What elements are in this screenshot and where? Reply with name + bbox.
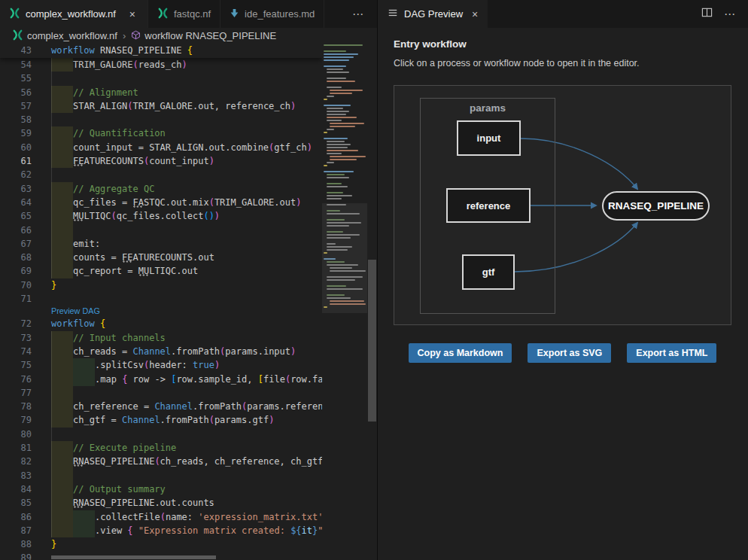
nextflow-icon	[157, 8, 169, 21]
code-line-80[interactable]: 80	[0, 428, 322, 441]
minimap-row	[324, 135, 363, 137]
minimap-row	[324, 102, 363, 104]
code-line-57[interactable]: 57STAR_ALIGN(TRIM_GALORE.out, reference_…	[0, 99, 322, 113]
code-line-55[interactable]: 55	[0, 72, 322, 85]
tabs-holder: complex_workflow.nf×fastqc.nfide_feature…	[0, 0, 324, 28]
codelens-row: Preview DAG	[0, 306, 322, 317]
dag-node-gtf[interactable]: gtf	[462, 254, 515, 290]
breadcrumb-separator: ›	[123, 30, 126, 41]
breadcrumb-symbol[interactable]: workflow RNASEQ_PIPELINE	[131, 30, 276, 42]
split-editor-icon[interactable]	[701, 7, 713, 21]
code-line-65[interactable]: 65MULTIQC(qc_files.collect())	[0, 209, 322, 223]
code-line-64[interactable]: 64qc_files = FASTQC.out.mix(TRIM_GALORE.…	[0, 196, 322, 209]
code-line-75[interactable]: 75.splitCsv(header: true)	[0, 358, 322, 372]
code-line-78[interactable]: 78ch_reference = Channel.fromPath(params…	[0, 400, 322, 413]
code-line-73[interactable]: 73// Input channels	[0, 331, 322, 345]
code-line-69[interactable]: 69qc_report = MULTIQC.out	[0, 264, 322, 278]
line-content: // Execute pipeline	[51, 441, 176, 455]
line-content: qc_report = MULTIQC.out	[51, 264, 198, 278]
horizontal-scrollbar[interactable]	[51, 555, 216, 559]
line-number: 73	[0, 331, 51, 345]
line-number: 87	[0, 524, 51, 537]
code-line-85[interactable]: 85RNASEQ_PIPELINE.out.counts	[0, 496, 322, 510]
code-line-59[interactable]: 59// Quantification	[0, 126, 322, 140]
line-number: 64	[0, 196, 51, 209]
line-content: .splitCsv(header: true)	[51, 358, 220, 372]
editor-body: 43workflow RNASEQ_PIPELINE { 54TRIM_GALO…	[0, 44, 377, 560]
line-number: 84	[0, 482, 51, 496]
code-line-56[interactable]: 56// Alignment	[0, 86, 322, 99]
codelens-preview-dag[interactable]: Preview DAG	[51, 306, 100, 317]
code-line-88[interactable]: 88}	[0, 537, 322, 551]
minimap-row	[324, 111, 363, 113]
code-line-66[interactable]: 66	[0, 224, 322, 237]
minimap-row	[324, 50, 363, 53]
export-as-svg-button[interactable]: Export as SVG	[528, 343, 611, 363]
tab-ide_features-md[interactable]: ide_features.md	[220, 0, 324, 28]
line-number: 60	[0, 141, 51, 154]
code-line-76[interactable]: 76.map { row -> [row.sample_id, [file(ro…	[0, 373, 322, 386]
line-number: 85	[0, 496, 51, 510]
code-line-86[interactable]: 86.collectFile(name: 'expression_matrix.…	[0, 510, 322, 524]
line-content: ch_reads = Channel.fromPath(params.input…	[51, 345, 296, 358]
line-number: 81	[0, 441, 51, 455]
code-line-77[interactable]: 77	[0, 386, 322, 400]
code-line-61[interactable]: 61FEATURECOUNTS(count_input)	[0, 154, 322, 168]
breadcrumb-symbol-label: workflow RNASEQ_PIPELINE	[144, 30, 276, 41]
minimap-slider[interactable]	[322, 203, 367, 313]
dag-node-input[interactable]: input	[457, 120, 521, 156]
vertical-scrollbar[interactable]	[367, 44, 377, 560]
tab-complex_workflow-nf[interactable]: complex_workflow.nf×	[0, 0, 148, 28]
minimap-row	[324, 177, 363, 179]
code-line-71[interactable]: 71	[0, 292, 322, 306]
line-content: count_input = STAR_ALIGN.out.combine(gtf…	[51, 141, 312, 154]
minimap-row	[324, 44, 363, 47]
dag-node-rnaseq-pipeline[interactable]: RNASEQ_PIPELINE	[602, 191, 710, 221]
code-line-84[interactable]: 84// Output summary	[0, 482, 322, 496]
line-content: counts = FEATURECOUNTS.out	[51, 251, 214, 264]
code-line-58[interactable]: 58	[0, 113, 322, 126]
code-line-74[interactable]: 74ch_reads = Channel.fromPath(params.inp…	[0, 345, 322, 358]
vertical-scrollbar-thumb[interactable]	[368, 260, 376, 422]
line-content: // Output summary	[51, 482, 166, 496]
panel-tab-close-icon[interactable]: ×	[472, 8, 478, 20]
code-line-62[interactable]: 62	[0, 168, 322, 181]
minimap-row	[324, 189, 363, 191]
code-line-72[interactable]: 72workflow {	[0, 317, 322, 330]
code-line-87[interactable]: 87.view { "Expression matrix created: ${…	[0, 524, 322, 537]
breadcrumb-file[interactable]: complex_workflow.nf	[12, 29, 117, 43]
code-line-67[interactable]: 67emit:	[0, 237, 322, 251]
tab-close-icon[interactable]: ×	[126, 8, 138, 20]
export-as-html-button[interactable]: Export as HTML	[627, 343, 716, 363]
line-content: // Alignment	[51, 86, 138, 99]
symbol-cube-icon	[131, 30, 141, 42]
editor-group: complex_workflow.nf×fastqc.nfide_feature…	[0, 0, 377, 560]
minimap-row	[324, 183, 363, 185]
line-number: 79	[0, 413, 51, 427]
code-editor[interactable]: 43workflow RNASEQ_PIPELINE { 54TRIM_GALO…	[0, 44, 322, 560]
code-line-79[interactable]: 79ch_gtf = Channel.fromPath(params.gtf)	[0, 413, 322, 427]
panel-more-actions-button[interactable]: ⋯	[724, 8, 737, 21]
minimap[interactable]	[322, 44, 367, 560]
line-number: 66	[0, 224, 51, 237]
code-line-70[interactable]: 70}	[0, 278, 322, 292]
code-line-83[interactable]: 83	[0, 469, 322, 482]
code-line-81[interactable]: 81// Execute pipeline	[0, 441, 322, 455]
sticky-scroll-line[interactable]: 43workflow RNASEQ_PIPELINE {	[0, 44, 322, 58]
code-line-82[interactable]: 82RNASEQ_PIPELINE(ch_reads, ch_reference…	[0, 455, 322, 468]
minimap-row	[324, 144, 363, 146]
code-line-63[interactable]: 63// Aggregate QC	[0, 182, 322, 196]
line-content	[51, 386, 73, 400]
line-number: 62	[0, 168, 51, 181]
dag-node-reference[interactable]: reference	[446, 188, 531, 223]
tab-fastqc-nf[interactable]: fastqc.nf	[148, 0, 220, 28]
copy-as-markdown-button[interactable]: Copy as Markdown	[409, 343, 512, 363]
line-number: 82	[0, 455, 51, 468]
line-content: .view { "Expression matrix created: ${it…	[51, 524, 322, 537]
code-line-60[interactable]: 60count_input = STAR_ALIGN.out.combine(g…	[0, 141, 322, 154]
minimap-row	[324, 147, 363, 149]
tab-overflow-button[interactable]: ⋯	[340, 0, 377, 28]
code-line-54[interactable]: 54TRIM_GALORE(reads_ch)	[0, 58, 322, 72]
panel-tab-dag-preview[interactable]: DAG Preview ×	[378, 0, 488, 28]
code-line-68[interactable]: 68counts = FEATURECOUNTS.out	[0, 251, 322, 264]
